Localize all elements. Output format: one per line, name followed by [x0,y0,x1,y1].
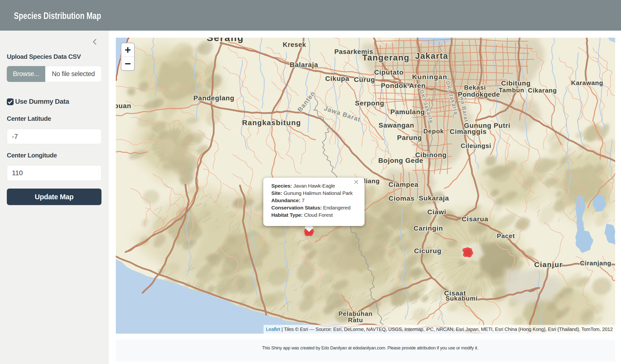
svg-text:Karawang: Karawang [571,79,603,86]
svg-text:Gunung Putri: Gunung Putri [464,122,511,129]
svg-text:Tambun: Tambun [499,86,524,94]
svg-text:Ratu: Ratu [348,316,363,324]
svg-text:Pondokgede: Pondokgede [458,91,500,98]
svg-text:Kresek: Kresek [283,41,306,48]
svg-text:Cisarua: Cisarua [462,215,488,223]
svg-text:Cileungsi: Cileungsi [461,142,491,149]
svg-text:Cikarang: Cikarang [528,87,557,94]
svg-text:Cianjur: Cianjur [534,260,563,269]
svg-text:Serpong: Serpong [355,99,384,107]
svg-text:Ciomas: Ciomas [388,195,414,202]
svg-text:Curug: Curug [354,76,375,83]
svg-text:Cikupa: Cikupa [325,75,349,82]
svg-text:Cibitung: Cibitung [501,79,531,87]
svg-text:Tangerang: Tangerang [362,53,410,62]
svg-text:Sukaraja: Sukaraja [419,194,449,202]
svg-text:Rangkasbitung: Rangkasbitung [242,119,301,127]
svg-text:Bekasi: Bekasi [464,84,486,91]
svg-text:Pondok Aren: Pondok Aren [381,82,426,89]
svg-text:Jakarta: Jakarta [415,51,448,61]
svg-text:Ciranjang: Ciranjang [580,259,611,267]
svg-text:Caringin: Caringin [414,224,443,232]
svg-text:Pacet: Pacet [497,232,515,239]
svg-text:Ciputato: Ciputato [374,68,404,76]
svg-text:Ciampea: Ciampea [388,181,418,188]
svg-text:Kuningan: Kuningan [412,73,447,81]
svg-text:Serang: Serang [207,38,244,43]
svg-text:Cicurug: Cicurug [414,247,442,255]
svg-text:liang: liang [364,177,380,185]
svg-text:Pandeglang: Pandeglang [193,94,235,102]
svg-text:Depok: Depok [423,127,444,135]
svg-text:Balaraja: Balaraja [290,61,318,68]
svg-text:Parung: Parung [397,134,422,142]
svg-text:Ciawi: Ciawi [427,208,446,216]
svg-text:Sukabumi: Sukabumi [446,295,478,302]
svg-text:Pamulang: Pamulang [390,108,425,116]
svg-text:Sawangan: Sawangan [379,122,414,129]
svg-text:abuan: abuan [116,102,131,110]
svg-text:Bojong Gede: Bojong Gede [378,157,423,164]
